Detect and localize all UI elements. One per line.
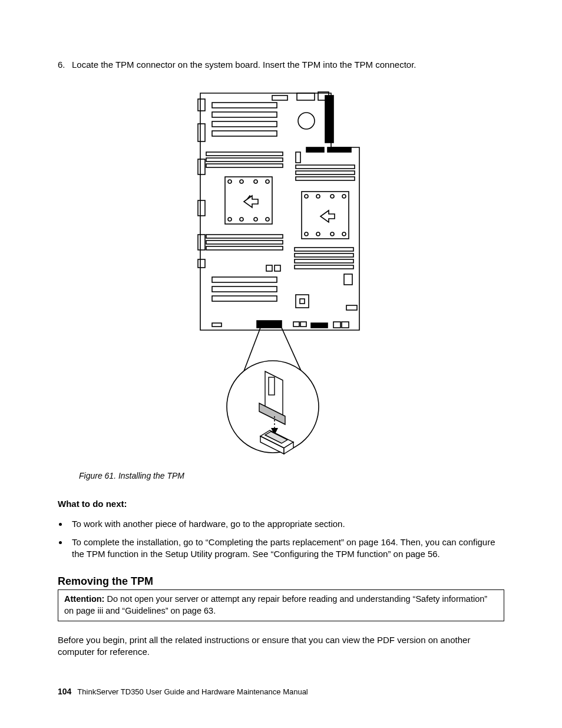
svg-rect-8: [198, 259, 205, 268]
svg-rect-5: [198, 159, 205, 174]
svg-point-13: [298, 113, 315, 129]
svg-point-40: [316, 232, 320, 236]
svg-rect-52: [212, 286, 277, 292]
svg-point-36: [240, 218, 243, 221]
svg-point-41: [330, 232, 334, 236]
svg-rect-53: [212, 296, 277, 301]
svg-rect-18: [296, 152, 300, 163]
svg-rect-46: [206, 246, 283, 250]
svg-rect-15: [206, 152, 283, 156]
svg-rect-22: [296, 171, 355, 174]
svg-rect-4: [198, 124, 205, 141]
list-item: To work with another piece of hardware, …: [68, 518, 504, 530]
svg-rect-55: [275, 265, 280, 271]
svg-point-34: [240, 180, 243, 183]
svg-rect-20: [328, 147, 351, 152]
svg-point-27: [266, 180, 269, 183]
svg-rect-66: [346, 305, 357, 310]
section-intro: Before you begin, print all the related …: [58, 634, 504, 658]
section-heading: Removing the TPM: [58, 574, 504, 588]
attention-box: Attention: Do not open your server or at…: [58, 589, 504, 621]
svg-rect-49: [295, 259, 353, 263]
footer-title: ThinkServer TD350 User Guide and Hardwar…: [77, 687, 308, 696]
page-footer: 104ThinkServer TD350 User Guide and Hard…: [58, 686, 308, 697]
svg-rect-62: [300, 322, 306, 327]
svg-point-33: [342, 232, 346, 236]
svg-rect-63: [311, 323, 328, 328]
svg-rect-10: [212, 112, 277, 117]
what-next-heading: What to do next:: [58, 498, 504, 510]
svg-rect-58: [300, 299, 305, 304]
attention-label: Attention:: [64, 594, 104, 604]
step-text: Locate the TPM connector on the system b…: [72, 59, 416, 71]
svg-point-35: [254, 180, 257, 183]
svg-rect-6: [198, 200, 205, 216]
svg-rect-9: [212, 103, 277, 108]
svg-rect-16: [206, 158, 283, 162]
svg-rect-44: [206, 235, 283, 238]
svg-point-32: [305, 232, 308, 236]
svg-point-26: [228, 180, 232, 183]
svg-point-38: [316, 195, 320, 198]
list-item: To complete the installation, go to “Com…: [68, 536, 504, 561]
svg-rect-47: [295, 248, 353, 251]
svg-rect-65: [342, 322, 349, 328]
svg-point-37: [254, 218, 257, 221]
numbered-step: 6. Locate the TPM connector on the syste…: [58, 59, 504, 71]
svg-rect-50: [295, 265, 353, 269]
svg-rect-7: [198, 235, 205, 250]
svg-rect-45: [206, 241, 283, 244]
svg-rect-57: [296, 295, 309, 308]
svg-rect-48: [295, 253, 353, 257]
motherboard-diagram: [196, 88, 366, 460]
step-number: 6.: [58, 59, 72, 71]
svg-rect-64: [333, 322, 340, 328]
svg-rect-51: [212, 277, 277, 282]
svg-point-29: [266, 218, 269, 221]
svg-point-30: [305, 195, 308, 198]
svg-rect-3: [198, 99, 205, 111]
svg-rect-19: [306, 147, 324, 152]
svg-rect-61: [293, 322, 299, 327]
svg-rect-59: [212, 323, 222, 327]
svg-point-39: [330, 195, 334, 198]
svg-rect-0: [272, 95, 287, 100]
svg-rect-12: [212, 131, 277, 136]
figure-caption: Figure 61. Installing the TPM: [79, 470, 504, 482]
svg-marker-43: [320, 210, 335, 222]
svg-rect-56: [344, 274, 352, 285]
svg-rect-11: [212, 121, 277, 127]
what-next-list: To work with another piece of hardware, …: [58, 518, 504, 560]
svg-point-28: [228, 218, 232, 221]
svg-rect-21: [296, 165, 355, 169]
figure-illustration: [58, 88, 504, 460]
svg-rect-17: [206, 164, 283, 167]
svg-rect-54: [266, 265, 272, 271]
svg-rect-70: [269, 377, 275, 395]
svg-rect-1: [297, 93, 315, 100]
svg-rect-23: [296, 177, 355, 180]
page-number: 104: [58, 687, 71, 696]
svg-marker-42: [244, 196, 258, 207]
svg-rect-14: [325, 95, 333, 143]
svg-rect-60: [257, 321, 282, 328]
attention-text: Do not open your server or attempt any r…: [64, 594, 487, 615]
svg-point-31: [342, 195, 346, 198]
